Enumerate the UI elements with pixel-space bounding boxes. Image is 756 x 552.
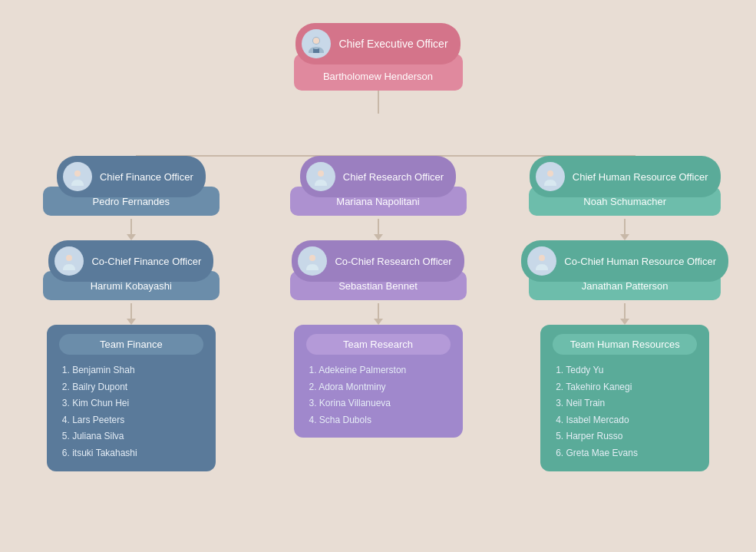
chro-avatar [536, 162, 565, 191]
team-research-label: Team Research [306, 334, 451, 355]
ceo-avatar [302, 29, 331, 58]
org-chart: Chief Executive Officer Bartholomew Hend… [0, 0, 756, 487]
research-v-conn2 [374, 303, 383, 325]
co-cro-avatar [298, 246, 327, 276]
cro-title-bar: Chief Research Officer [300, 156, 456, 197]
cfo-name: Pedro Fernandes [93, 196, 170, 207]
chro-title: Chief Human Resource Officer [573, 171, 708, 183]
ceo-node: Chief Executive Officer Bartholomew Hend… [294, 23, 463, 91]
level-chiefs: Chief Finance Officer Pedro Fernandes [8, 156, 748, 471]
co-chro-title: Co-Chief Human Resource Officer [564, 256, 716, 267]
team-research-box: Team Research 1. Adekeine Palmerston2. A… [294, 325, 463, 438]
co-cro-title-bar: Co-Chief Research Officer [292, 240, 464, 282]
chro-node: Chief Human Resource Officer Noah Schuma… [529, 156, 721, 216]
team-hr-label: Team Human Resources [553, 334, 697, 355]
level1-container: Chief Finance Officer Pedro Fernandes [8, 156, 748, 471]
co-chro-name: Janathan Patterson [582, 280, 669, 292]
research-column: Chief Research Officer Mariana Napolitan… [255, 156, 502, 471]
ceo-title-bar: Chief Executive Officer [295, 23, 460, 64]
co-cfo-name: Harumi Kobayashi [91, 280, 172, 292]
cfo-title-bar: Chief Finance Officer [57, 156, 206, 197]
hr-v-conn1 [620, 219, 629, 240]
team-hr-box: Team Human Resources 1. Teddy Yu2. Takeh… [540, 325, 709, 471]
finance-v-conn2 [127, 303, 136, 325]
co-chro-node: Co-Chief Human Resource Officer Janathan… [521, 240, 728, 300]
co-cfo-title: Co-Chief Finance Officer [91, 256, 201, 267]
cro-node: Chief Research Officer Mariana Napolitan… [290, 156, 467, 216]
ceo-title: Chief Executive Officer [338, 38, 447, 50]
team-hr-label-text: Team Human Resources [570, 339, 680, 350]
chro-name: Noah Schumacher [583, 196, 666, 207]
svg-point-13 [547, 170, 553, 177]
svg-point-9 [74, 170, 81, 177]
ceo-name: Bartholomew Henderson [323, 71, 433, 82]
team-finance-label: Team Finance [59, 334, 203, 355]
co-cfo-node: Co-Chief Finance Officer Harumi Kobayash… [43, 240, 220, 300]
co-cfo-title-bar: Co-Chief Finance Officer [48, 240, 213, 282]
co-cro-name: Sebastian Bennet [338, 280, 418, 292]
svg-point-10 [66, 255, 72, 261]
team-research-members: 1. Adekeine Palmerston2. Adora Montminy3… [306, 362, 451, 428]
ceo-to-level1-connector [8, 91, 748, 114]
chro-title-bar: Chief Human Resource Officer [530, 156, 721, 197]
finance-column: Chief Finance Officer Pedro Fernandes [8, 156, 255, 471]
co-cro-node: Co-Chief Research Officer Sebastian Benn… [290, 240, 467, 300]
co-cro-title: Co-Chief Research Officer [335, 256, 451, 267]
svg-point-1 [313, 38, 319, 44]
cro-name: Mariana Napolitani [336, 196, 419, 207]
columns-wrapper: Chief Finance Officer Pedro Fernandes [8, 156, 748, 471]
svg-point-12 [309, 255, 315, 261]
team-finance-members: 1. Benjamin Shah2. Bailry Dupont3. Kim C… [59, 362, 203, 462]
co-chro-title-bar: Co-Chief Human Resource Officer [521, 240, 728, 282]
finance-v-conn1 [127, 219, 136, 240]
cfo-title: Chief Finance Officer [100, 171, 193, 183]
hr-v-conn2 [620, 303, 629, 325]
team-finance-box: Team Finance 1. Benjamin Shah2. Bailry D… [47, 325, 216, 471]
cfo-node: Chief Finance Officer Pedro Fernandes [43, 156, 220, 216]
team-hr-members: 1. Teddy Yu2. Takehiro Kanegi3. Neil Tra… [553, 362, 697, 462]
svg-point-14 [539, 255, 545, 261]
co-cfo-avatar [54, 246, 84, 276]
co-chro-avatar [527, 246, 556, 276]
v-line-1 [378, 91, 379, 114]
team-finance-label-text: Team Finance [100, 339, 163, 350]
cro-title: Chief Research Officer [343, 171, 444, 183]
cro-avatar [306, 162, 335, 191]
cfo-avatar [63, 162, 92, 191]
svg-point-11 [318, 170, 324, 177]
level-ceo: Chief Executive Officer Bartholomew Hend… [8, 23, 748, 91]
research-v-conn1 [374, 219, 383, 240]
team-research-label-text: Team Research [343, 339, 413, 350]
hr-column: Chief Human Resource Officer Noah Schuma… [501, 156, 748, 471]
